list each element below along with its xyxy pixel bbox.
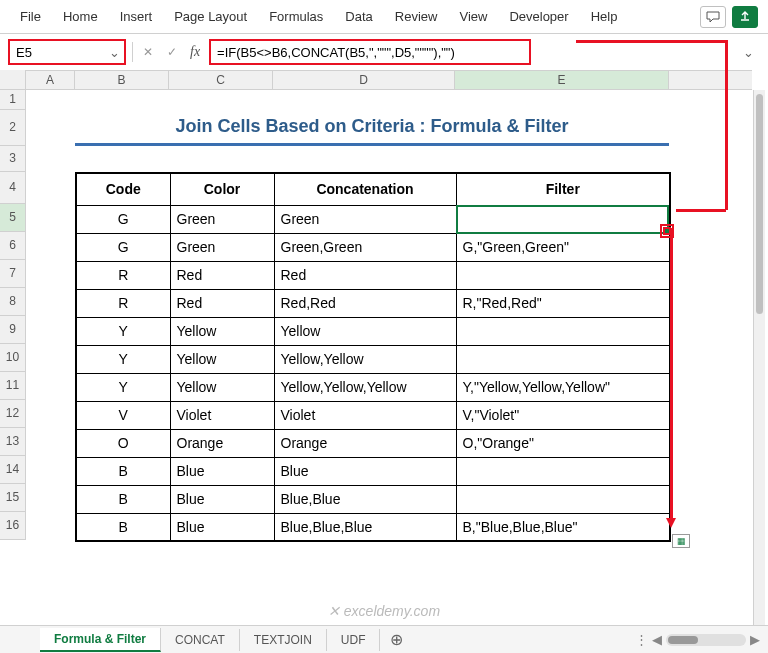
cell-code[interactable]: V [76, 401, 170, 429]
tab-help[interactable]: Help [581, 5, 628, 28]
sheet-tab-textjoin[interactable]: TEXTJOIN [240, 629, 327, 651]
scroll-left-icon[interactable]: ◀ [652, 632, 662, 647]
col-header-d[interactable]: D [273, 71, 455, 89]
tabs-menu-icon[interactable]: ⋮ [635, 632, 648, 647]
cell-filter[interactable] [456, 317, 670, 345]
row-header[interactable]: 7 [0, 260, 26, 288]
row-header[interactable]: 4 [0, 172, 26, 204]
cell-filter[interactable]: G,"Green,Green" [456, 233, 670, 261]
cell-color[interactable]: Green [170, 233, 274, 261]
cell-color[interactable]: Blue [170, 457, 274, 485]
scroll-right-icon[interactable]: ▶ [750, 632, 760, 647]
cell-concat[interactable]: Red [274, 261, 456, 289]
row-header[interactable]: 3 [0, 146, 26, 172]
tab-file[interactable]: File [10, 5, 51, 28]
cell-code[interactable]: R [76, 289, 170, 317]
cell-color[interactable]: Blue [170, 485, 274, 513]
tab-page-layout[interactable]: Page Layout [164, 5, 257, 28]
tab-insert[interactable]: Insert [110, 5, 163, 28]
cell-concat[interactable]: Red,Red [274, 289, 456, 317]
cell-filter[interactable]: Y,"Yellow,Yellow,Yellow" [456, 373, 670, 401]
cell-color[interactable]: Yellow [170, 373, 274, 401]
cell-concat[interactable]: Yellow [274, 317, 456, 345]
tab-home[interactable]: Home [53, 5, 108, 28]
cell-filter[interactable] [456, 261, 670, 289]
cell-filter[interactable] [456, 457, 670, 485]
cell-concat[interactable]: Orange [274, 429, 456, 457]
cell-code[interactable]: G [76, 205, 170, 233]
row-header[interactable]: 11 [0, 372, 26, 400]
cell-filter[interactable]: B,"Blue,Blue,Blue" [456, 513, 670, 541]
tab-view[interactable]: View [449, 5, 497, 28]
cell-concat[interactable]: Green,Green [274, 233, 456, 261]
tab-developer[interactable]: Developer [499, 5, 578, 28]
chevron-down-icon[interactable]: ⌄ [109, 45, 120, 60]
row-header[interactable]: 10 [0, 344, 26, 372]
cell-concat[interactable]: Blue [274, 457, 456, 485]
grid[interactable]: Join Cells Based on Criteria : Formula &… [26, 90, 752, 625]
autofill-options-icon[interactable]: ▦ [672, 534, 690, 548]
cell-code[interactable]: R [76, 261, 170, 289]
sheet-tab-formula-filter[interactable]: Formula & Filter [40, 628, 161, 652]
col-header-b[interactable]: B [75, 71, 169, 89]
cell-code[interactable]: B [76, 485, 170, 513]
tab-data[interactable]: Data [335, 5, 382, 28]
horizontal-scrollbar[interactable] [666, 634, 746, 646]
cell-color[interactable]: Violet [170, 401, 274, 429]
row-header[interactable]: 5 [0, 204, 26, 232]
col-header-a[interactable]: A [26, 71, 75, 89]
row-header[interactable]: 1 [0, 90, 26, 110]
name-box[interactable]: E5 ⌄ [8, 39, 126, 65]
select-all-corner[interactable] [0, 70, 26, 90]
cancel-icon[interactable]: ✕ [139, 45, 157, 59]
cell-code[interactable]: Y [76, 317, 170, 345]
row-header[interactable]: 14 [0, 456, 26, 484]
formula-input[interactable]: =IF(B5<>B6,CONCAT(B5,",""",D5,""""),"") [209, 39, 531, 65]
cell-color[interactable]: Blue [170, 513, 274, 541]
row-header[interactable]: 6 [0, 232, 26, 260]
sheet-tab-udf[interactable]: UDF [327, 629, 381, 651]
cell-concat[interactable]: Yellow,Yellow,Yellow [274, 373, 456, 401]
scrollbar-thumb[interactable] [668, 636, 698, 644]
cell-code[interactable]: Y [76, 345, 170, 373]
row-header[interactable]: 13 [0, 428, 26, 456]
scrollbar-thumb[interactable] [756, 94, 763, 314]
sheet-tab-concat[interactable]: CONCAT [161, 629, 240, 651]
cell-filter[interactable]: R,"Red,Red" [456, 289, 670, 317]
cell-concat[interactable]: Blue,Blue [274, 485, 456, 513]
cell-concat[interactable]: Violet [274, 401, 456, 429]
add-sheet-icon[interactable]: ⊕ [380, 630, 413, 649]
cell-color[interactable]: Red [170, 261, 274, 289]
col-header-c[interactable]: C [169, 71, 273, 89]
row-header[interactable]: 15 [0, 484, 26, 512]
cell-filter[interactable] [456, 485, 670, 513]
cell-filter[interactable]: O,"Orange" [456, 429, 670, 457]
cell-code[interactable]: O [76, 429, 170, 457]
row-header[interactable]: 8 [0, 288, 26, 316]
row-header[interactable]: 12 [0, 400, 26, 428]
cell-color[interactable]: Orange [170, 429, 274, 457]
cell-code[interactable]: G [76, 233, 170, 261]
vertical-scrollbar[interactable] [753, 90, 765, 625]
row-header[interactable]: 2 [0, 110, 26, 146]
expand-formula-icon[interactable]: ⌄ [737, 45, 760, 60]
col-header-e[interactable]: E [455, 71, 669, 89]
cell-filter[interactable] [456, 345, 670, 373]
cell-code[interactable]: B [76, 457, 170, 485]
comments-icon[interactable] [700, 6, 726, 28]
row-header[interactable]: 9 [0, 316, 26, 344]
cell-code[interactable]: B [76, 513, 170, 541]
cell-concat[interactable]: Green [274, 205, 456, 233]
cell-concat[interactable]: Yellow,Yellow [274, 345, 456, 373]
tab-review[interactable]: Review [385, 5, 448, 28]
cell-code[interactable]: Y [76, 373, 170, 401]
fx-icon[interactable]: fx [187, 44, 203, 60]
cell-color[interactable]: Yellow [170, 345, 274, 373]
cell-filter[interactable]: V,"Violet" [456, 401, 670, 429]
cell-color[interactable]: Red [170, 289, 274, 317]
cell-color[interactable]: Yellow [170, 317, 274, 345]
enter-icon[interactable]: ✓ [163, 45, 181, 59]
row-header[interactable]: 16 [0, 512, 26, 540]
share-icon[interactable] [732, 6, 758, 28]
tab-formulas[interactable]: Formulas [259, 5, 333, 28]
